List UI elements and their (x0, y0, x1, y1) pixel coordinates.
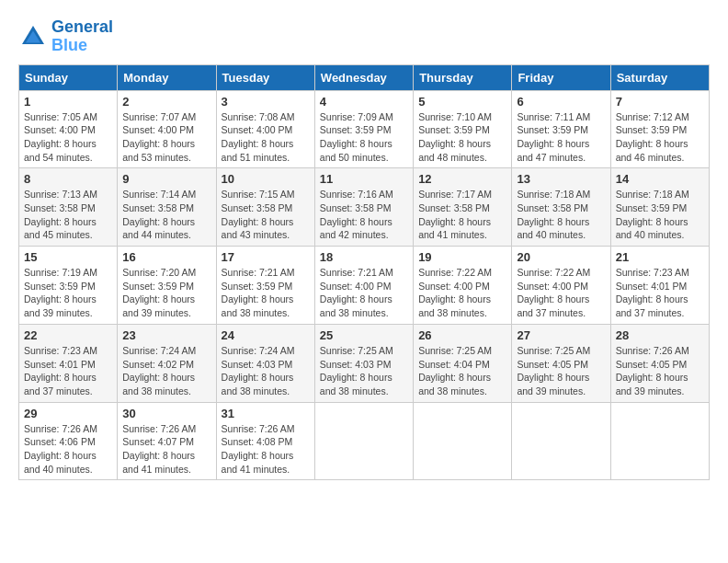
logo-text: General Blue (51, 18, 113, 55)
day-info: Sunrise: 7:11 AMSunset: 3:59 PMDaylight:… (517, 110, 605, 165)
calendar-cell: 12Sunrise: 7:17 AMSunset: 3:58 PMDayligh… (414, 168, 512, 247)
day-info: Sunrise: 7:09 AMSunset: 3:59 PMDaylight:… (320, 110, 408, 165)
day-number: 21 (616, 250, 704, 264)
day-info: Sunrise: 7:13 AMSunset: 3:58 PMDaylight:… (24, 188, 112, 242)
day-number: 7 (616, 95, 704, 109)
day-info: Sunrise: 7:25 AMSunset: 4:03 PMDaylight:… (320, 344, 408, 398)
day-number: 20 (517, 250, 605, 264)
day-number: 22 (24, 328, 112, 342)
day-info: Sunrise: 7:12 AMSunset: 3:59 PMDaylight:… (616, 110, 704, 165)
calendar-cell: 5Sunrise: 7:10 AMSunset: 3:59 PMDaylight… (414, 90, 512, 168)
day-info: Sunrise: 7:21 AMSunset: 4:00 PMDaylight:… (320, 266, 408, 320)
calendar-cell: 31Sunrise: 7:26 AMSunset: 4:08 PMDayligh… (216, 402, 314, 480)
day-number: 18 (320, 250, 408, 264)
day-info: Sunrise: 7:25 AMSunset: 4:05 PMDaylight:… (517, 344, 605, 398)
calendar-cell: 24Sunrise: 7:24 AMSunset: 4:03 PMDayligh… (216, 324, 314, 402)
weekday-header-saturday: Saturday (610, 64, 709, 90)
day-number: 9 (122, 172, 210, 186)
day-info: Sunrise: 7:17 AMSunset: 3:58 PMDaylight:… (418, 188, 506, 242)
calendar-cell: 25Sunrise: 7:25 AMSunset: 4:03 PMDayligh… (314, 324, 413, 402)
day-number: 19 (418, 250, 506, 264)
day-info: Sunrise: 7:23 AMSunset: 4:01 PMDaylight:… (616, 266, 704, 320)
day-info: Sunrise: 7:05 AMSunset: 4:00 PMDaylight:… (24, 110, 112, 165)
day-number: 16 (122, 250, 210, 264)
calendar-cell: 9Sunrise: 7:14 AMSunset: 3:58 PMDaylight… (118, 168, 216, 247)
day-info: Sunrise: 7:22 AMSunset: 4:00 PMDaylight:… (517, 266, 605, 320)
calendar-week-1: 1Sunrise: 7:05 AMSunset: 4:00 PMDaylight… (19, 90, 710, 168)
calendar-cell: 13Sunrise: 7:18 AMSunset: 3:58 PMDayligh… (512, 168, 610, 247)
calendar-cell: 29Sunrise: 7:26 AMSunset: 4:06 PMDayligh… (19, 402, 118, 480)
weekday-header-friday: Friday (512, 64, 610, 90)
day-number: 2 (122, 95, 210, 109)
weekday-header-thursday: Thursday (414, 64, 512, 90)
day-number: 15 (24, 250, 112, 264)
day-info: Sunrise: 7:23 AMSunset: 4:01 PMDaylight:… (24, 344, 112, 398)
day-number: 3 (222, 95, 310, 109)
day-info: Sunrise: 7:26 AMSunset: 4:05 PMDaylight:… (616, 344, 704, 398)
day-number: 1 (24, 95, 112, 109)
calendar-cell: 2Sunrise: 7:07 AMSunset: 4:00 PMDaylight… (118, 90, 216, 168)
day-number: 12 (418, 172, 506, 186)
calendar-cell (314, 402, 413, 480)
calendar-week-5: 29Sunrise: 7:26 AMSunset: 4:06 PMDayligh… (19, 402, 710, 480)
logo-icon (18, 22, 48, 52)
day-number: 23 (122, 328, 210, 342)
day-number: 28 (616, 328, 704, 342)
day-info: Sunrise: 7:15 AMSunset: 3:58 PMDaylight:… (222, 188, 310, 242)
calendar-cell: 16Sunrise: 7:20 AMSunset: 3:59 PMDayligh… (118, 247, 216, 325)
day-info: Sunrise: 7:20 AMSunset: 3:59 PMDaylight:… (122, 266, 210, 320)
calendar-cell: 3Sunrise: 7:08 AMSunset: 4:00 PMDaylight… (216, 90, 314, 168)
calendar-week-3: 15Sunrise: 7:19 AMSunset: 3:59 PMDayligh… (19, 247, 710, 325)
day-number: 4 (320, 95, 408, 109)
weekday-header-sunday: Sunday (19, 64, 118, 90)
calendar-cell: 1Sunrise: 7:05 AMSunset: 4:00 PMDaylight… (19, 90, 118, 168)
day-info: Sunrise: 7:26 AMSunset: 4:06 PMDaylight:… (24, 422, 112, 477)
calendar-cell: 27Sunrise: 7:25 AMSunset: 4:05 PMDayligh… (512, 324, 610, 402)
calendar-table: SundayMondayTuesdayWednesdayThursdayFrid… (18, 64, 710, 481)
day-number: 13 (517, 172, 605, 186)
calendar-cell: 10Sunrise: 7:15 AMSunset: 3:58 PMDayligh… (216, 168, 314, 247)
calendar-cell: 28Sunrise: 7:26 AMSunset: 4:05 PMDayligh… (610, 324, 709, 402)
calendar-cell: 20Sunrise: 7:22 AMSunset: 4:00 PMDayligh… (512, 247, 610, 325)
day-number: 6 (517, 95, 605, 109)
calendar-cell: 23Sunrise: 7:24 AMSunset: 4:02 PMDayligh… (118, 324, 216, 402)
day-number: 17 (222, 250, 310, 264)
day-number: 26 (418, 328, 506, 342)
calendar-cell: 18Sunrise: 7:21 AMSunset: 4:00 PMDayligh… (314, 247, 413, 325)
calendar-cell: 22Sunrise: 7:23 AMSunset: 4:01 PMDayligh… (19, 324, 118, 402)
day-number: 31 (222, 407, 310, 420)
weekday-header-wednesday: Wednesday (314, 64, 413, 90)
day-info: Sunrise: 7:24 AMSunset: 4:02 PMDaylight:… (122, 344, 210, 398)
calendar-cell: 11Sunrise: 7:16 AMSunset: 3:58 PMDayligh… (314, 168, 413, 247)
calendar-cell: 8Sunrise: 7:13 AMSunset: 3:58 PMDaylight… (19, 168, 118, 247)
calendar-week-2: 8Sunrise: 7:13 AMSunset: 3:58 PMDaylight… (19, 168, 710, 247)
page-header: General Blue (18, 18, 710, 55)
day-number: 11 (320, 172, 408, 186)
day-number: 30 (122, 407, 210, 420)
day-info: Sunrise: 7:22 AMSunset: 4:00 PMDaylight:… (418, 266, 506, 320)
weekday-header-monday: Monday (118, 64, 216, 90)
calendar-cell: 19Sunrise: 7:22 AMSunset: 4:00 PMDayligh… (414, 247, 512, 325)
calendar-cell: 7Sunrise: 7:12 AMSunset: 3:59 PMDaylight… (610, 90, 709, 168)
weekday-header-row: SundayMondayTuesdayWednesdayThursdayFrid… (19, 64, 710, 90)
calendar-cell: 6Sunrise: 7:11 AMSunset: 3:59 PMDaylight… (512, 90, 610, 168)
day-info: Sunrise: 7:08 AMSunset: 4:00 PMDaylight:… (222, 110, 310, 165)
calendar-cell (414, 402, 512, 480)
day-number: 29 (24, 407, 112, 420)
day-info: Sunrise: 7:26 AMSunset: 4:08 PMDaylight:… (222, 422, 310, 477)
calendar-cell: 14Sunrise: 7:18 AMSunset: 3:59 PMDayligh… (610, 168, 709, 247)
calendar-cell: 17Sunrise: 7:21 AMSunset: 3:59 PMDayligh… (216, 247, 314, 325)
calendar-week-4: 22Sunrise: 7:23 AMSunset: 4:01 PMDayligh… (19, 324, 710, 402)
day-number: 5 (418, 95, 506, 109)
day-info: Sunrise: 7:25 AMSunset: 4:04 PMDaylight:… (418, 344, 506, 398)
calendar-cell (610, 402, 709, 480)
weekday-header-tuesday: Tuesday (216, 64, 314, 90)
day-info: Sunrise: 7:18 AMSunset: 3:58 PMDaylight:… (517, 188, 605, 242)
day-info: Sunrise: 7:21 AMSunset: 3:59 PMDaylight:… (222, 266, 310, 320)
day-info: Sunrise: 7:10 AMSunset: 3:59 PMDaylight:… (418, 110, 506, 165)
calendar-cell: 26Sunrise: 7:25 AMSunset: 4:04 PMDayligh… (414, 324, 512, 402)
day-info: Sunrise: 7:16 AMSunset: 3:58 PMDaylight:… (320, 188, 408, 242)
day-number: 27 (517, 328, 605, 342)
calendar-cell: 15Sunrise: 7:19 AMSunset: 3:59 PMDayligh… (19, 247, 118, 325)
day-number: 24 (222, 328, 310, 342)
